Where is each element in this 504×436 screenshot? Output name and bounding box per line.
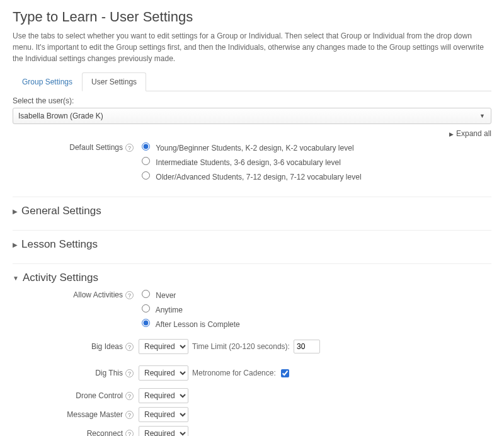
big-ideas-select[interactable]: Required	[139, 339, 188, 354]
time-limit-input[interactable]	[294, 340, 320, 353]
message-master-select[interactable]: Required	[139, 407, 188, 422]
caret-right-icon: ▶	[449, 131, 454, 137]
metronome-checkbox[interactable]	[281, 369, 289, 377]
help-icon[interactable]: ?	[125, 369, 134, 377]
message-master-label: Message Master?	[13, 408, 139, 422]
help-icon[interactable]: ?	[125, 343, 134, 351]
drone-control-select[interactable]: Required	[139, 388, 188, 403]
allow-after-radio[interactable]	[142, 319, 150, 327]
allow-activities-label: Allow Activities?	[13, 288, 139, 302]
dig-this-select[interactable]: Required	[139, 365, 188, 381]
help-icon[interactable]: ?	[125, 144, 134, 152]
allow-anytime-radio[interactable]	[142, 304, 150, 313]
expand-all-link[interactable]: ▶Expand all	[13, 129, 491, 138]
intro-text: Use the tabs to select whether you want …	[13, 30, 491, 64]
default-young-radio[interactable]	[142, 142, 150, 151]
default-intermediate-radio[interactable]	[142, 157, 150, 165]
help-icon[interactable]: ?	[125, 291, 134, 299]
section-activity[interactable]: ▼ Activity Settings	[13, 263, 491, 284]
help-icon[interactable]: ?	[125, 430, 134, 436]
allow-after-option[interactable]: After Lesson is Complete	[139, 317, 491, 331]
caret-right-icon: ▶	[13, 241, 18, 248]
help-icon[interactable]: ?	[125, 411, 134, 419]
user-select[interactable]: Isabella Brown (Grade K)	[13, 108, 491, 124]
help-icon[interactable]: ?	[125, 392, 134, 400]
allow-never-radio[interactable]	[142, 290, 150, 298]
reconnect-select[interactable]: Required	[139, 426, 188, 436]
allow-never-option[interactable]: Never	[139, 288, 491, 302]
caret-right-icon: ▶	[13, 208, 18, 215]
default-older-option[interactable]: Older/Advanced Students, 7-12 design, 7-…	[139, 169, 491, 184]
select-user-label: Select the user(s):	[13, 96, 491, 105]
default-intermediate-option[interactable]: Intermediate Students, 3-6 design, 3-6 v…	[139, 155, 491, 169]
tab-group-settings[interactable]: Group Settings	[13, 72, 82, 91]
dig-this-label: Dig This?	[13, 366, 139, 380]
default-young-option[interactable]: Young/Beginner Students, K-2 design, K-2…	[139, 141, 491, 155]
default-settings-label: Default Settings?	[13, 141, 139, 154]
reconnect-label: Reconnect?	[13, 427, 139, 436]
section-general[interactable]: ▶ General Settings	[13, 197, 491, 217]
caret-down-icon: ▼	[13, 275, 19, 282]
metronome-label: Metronome for Cadence:	[192, 369, 276, 377]
allow-anytime-option[interactable]: Anytime	[139, 302, 491, 317]
tab-bar: Group Settings User Settings	[13, 72, 491, 91]
section-lesson[interactable]: ▶ Lesson Settings	[13, 230, 491, 251]
big-ideas-label: Big Ideas?	[13, 340, 139, 353]
drone-control-label: Drone Control?	[13, 389, 139, 403]
tab-user-settings[interactable]: User Settings	[82, 72, 146, 91]
time-limit-label: Time Limit (20-120 seconds):	[192, 342, 290, 351]
page-title: Type to Learn - User Settings	[13, 9, 491, 25]
default-older-radio[interactable]	[142, 171, 150, 180]
